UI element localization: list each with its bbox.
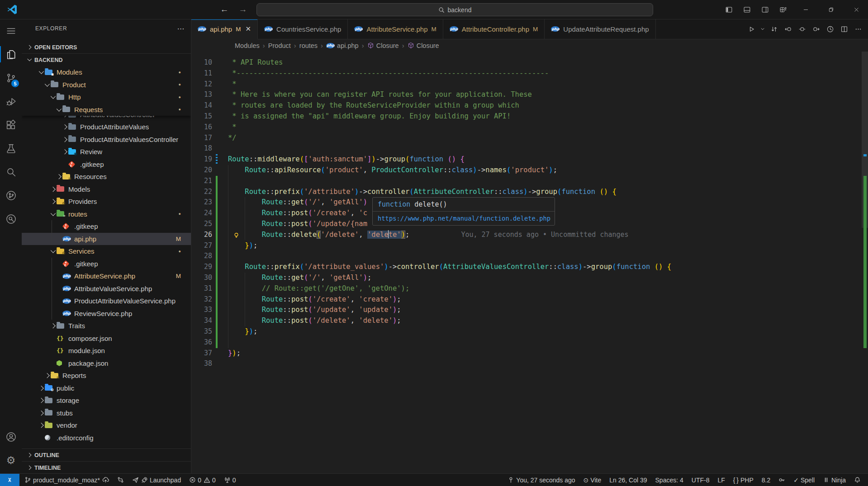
code-line[interactable]: 34 Route::post('/delete', 'delete'); [191,316,868,326]
lightbulb-icon[interactable] [233,231,240,238]
code-line[interactable]: 26 Route::delete('/delete', 'delete');Yo… [191,230,868,241]
window-restore-button[interactable] [819,0,843,19]
code-line[interactable]: 35 }); [191,326,868,337]
nav-back-icon[interactable]: ← [218,4,230,15]
tree-item[interactable]: stubs [22,407,191,420]
code-line[interactable]: 32 Route::post('/create', 'create'); [191,294,868,305]
window-minimize-button[interactable] [794,0,817,19]
tab-CountriesService.php[interactable]: phpCountriesService.php [258,19,348,39]
code-line[interactable]: 27 }); [191,241,868,251]
tree-item[interactable]: »routes● [22,208,191,221]
activity-menu[interactable] [0,19,22,42]
status-vite[interactable]: ⊙Vite [579,474,606,486]
status-spell-checker[interactable]: ✓Spell [789,474,819,486]
tree-item[interactable]: {}module.json [22,344,191,357]
tab-AttributeService.php[interactable]: phpAttributeService.phpM [348,19,443,39]
breadcrumb-item[interactable]: Product [268,42,291,49]
status-cursor-position[interactable]: Ln 26, Col 39 [605,474,651,486]
run-icon[interactable] [746,24,757,34]
tree-item[interactable]: ProductAttributeValues [22,121,191,133]
code-line[interactable]: 37}); [191,348,868,359]
tree-item[interactable]: .gitkeep [22,158,191,171]
tree-item[interactable]: ⚙Providers [22,195,191,208]
status-launchpad[interactable]: Launchpad [128,474,185,486]
tree-item[interactable]: Product● [22,79,191,91]
status-git-branch[interactable]: product_module_moaz* [20,474,113,486]
nav-forward-circle-icon[interactable] [811,24,821,34]
activity-git-history[interactable] [0,207,22,231]
status-key[interactable] [774,474,789,486]
tab-UpdateAttributeRequest.php[interactable]: phpUpdateAttributeRequest.php [545,19,655,39]
tree-item[interactable]: ... [22,444,191,448]
status-ninja[interactable]: Ninja [819,474,850,486]
activity-extensions[interactable] [0,113,22,137]
code-line[interactable]: 18 [191,143,868,154]
section-outline[interactable]: OUTLINE [22,448,191,461]
window-close-button[interactable] [844,0,868,19]
tree-item[interactable]: ▪Modules● [22,66,191,79]
section-timeline[interactable]: TIMELINE [22,461,191,474]
code-line[interactable]: 10 * API Routes [191,57,868,68]
tree-item[interactable]: Requests● [22,104,191,116]
toggle-secondary-sidebar-icon[interactable] [756,3,774,16]
code-line[interactable]: 11 *------------------------------------… [191,68,868,79]
code-line[interactable]: 12 * [191,79,868,90]
tree-item[interactable]: .gitkeep [22,258,191,270]
tree-item[interactable]: {}composer.json [22,332,191,345]
command-center-search[interactable]: backend [256,3,653,16]
tree-item[interactable]: .gitkeep [22,220,191,233]
tree-item[interactable]: ⚙Services● [22,245,191,258]
code-line[interactable]: 17*/ [191,133,868,144]
activity-search[interactable] [0,160,22,184]
breadcrumb-item[interactable]: Closure [367,42,399,49]
status-encoding[interactable]: UTF-8 [688,474,714,486]
breadcrumb-item[interactable]: Closure [408,42,439,49]
activity-git-graph[interactable] [0,184,22,207]
tree-item[interactable]: ⊕public [22,382,191,395]
code-line[interactable]: 36 [191,337,868,348]
activity-settings[interactable]: ⚙ [0,448,22,472]
code-line[interactable]: 15 * is assigned the "api" middleware gr… [191,111,868,122]
code-line[interactable]: 20 Route::apiResource('product', Product… [191,165,868,176]
tree-item[interactable]: phpAttributeService.phpM [22,270,191,283]
activity-testing[interactable] [0,137,22,160]
tab-api.php[interactable]: phpapi.phpM✕ [191,19,258,39]
tree-item[interactable]: ProductAttributeValuesController [22,133,191,146]
run-dropdown-icon[interactable] [760,24,765,34]
tree-item[interactable]: AttributeValuesController [22,116,191,121]
status-eol[interactable]: LF [713,474,729,486]
activity-account[interactable] [0,425,22,448]
breadcrumb-item[interactable]: Modules [235,42,260,49]
tree-item[interactable]: phpProductAttributeValueService.php [22,295,191,307]
activity-source-control[interactable]: 5 [0,66,22,90]
split-editor-icon[interactable] [839,24,849,34]
tree-item[interactable]: ◉Review [22,146,191,158]
circle-dash-icon[interactable] [797,24,807,34]
code-line[interactable]: 30 Route::get('/', 'getAll'); [191,273,868,283]
status-language-mode[interactable]: { }PHP [729,474,758,486]
status-compare-changes[interactable] [113,474,128,486]
code-line[interactable]: 29 Route::prefix('/attribute_values')->c… [191,262,868,273]
status-notifications[interactable] [850,474,865,486]
section-workspace[interactable]: BACKEND [22,54,191,66]
tree-item[interactable]: .editorconfig [22,432,191,444]
tree-item[interactable]: Models [22,183,191,196]
tab-AttributeController.php[interactable]: phpAttributeController.phpM [443,19,545,39]
status-remote-indicator[interactable] [0,474,19,486]
hover-doc-link[interactable]: https://www.php.net/manual/function.dele… [373,212,555,225]
customize-layout-icon[interactable] [774,3,792,16]
status-ports[interactable]: 0 [220,474,240,486]
breadcrumb-item[interactable]: phpapi.php [326,42,359,49]
status-git-blame[interactable]: You, 27 seconds ago [503,474,579,486]
tree-item[interactable]: Traits [22,320,191,332]
code-line[interactable]: 28 [191,251,868,262]
more-actions-icon[interactable] [853,24,863,34]
toggle-primary-sidebar-icon[interactable] [720,3,738,16]
more-actions-icon[interactable]: ⋯ [177,24,185,33]
nav-forward-icon[interactable]: → [237,4,249,15]
code-line[interactable]: 21 [191,176,868,187]
tree-item[interactable]: phpapi.phpM [22,233,191,245]
status-problems[interactable]: 00 [185,474,220,486]
status-indentation[interactable]: Spaces: 4 [651,474,688,486]
code-line[interactable]: 33 Route::post('/update', 'update'); [191,305,868,316]
